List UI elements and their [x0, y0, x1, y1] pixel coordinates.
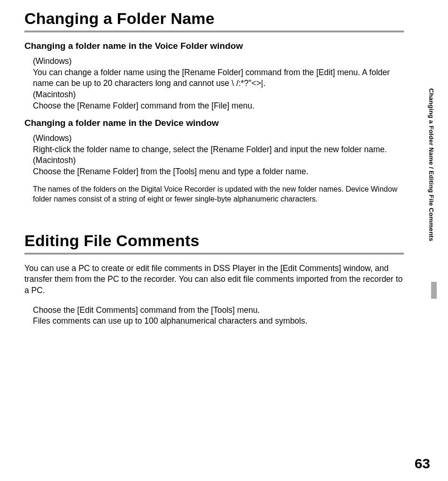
horizontal-rule [24, 31, 404, 32]
os-label-windows: (Windows) [33, 56, 404, 67]
horizontal-rule [24, 253, 404, 255]
body-text: Choose the [Edit Comments] command from … [33, 305, 404, 327]
manual-page: Changing a Folder Name Changing a folder… [0, 0, 448, 481]
section-title-2: Editing File Comments [24, 232, 404, 250]
instruction-text: You can change a folder name using the [… [33, 67, 404, 89]
intro-paragraph: You can use a PC to create or edit file … [24, 263, 404, 296]
running-header: Changing a Folder Name / Editing File Co… [428, 88, 435, 286]
content-column: Changing a Folder Name Changing a folder… [24, 9, 404, 334]
note-text: The names of the folders on the Digital … [33, 184, 404, 204]
body-text: (Windows) You can change a folder name u… [33, 56, 404, 111]
section-title-1: Changing a Folder Name [24, 9, 404, 28]
instruction-text: Choose the [Rename Folder] command from … [33, 101, 404, 112]
os-label-windows: (Windows) [33, 133, 404, 144]
subheading-device-window: Changing a folder name in the Device win… [24, 118, 404, 128]
page-number: 63 [415, 456, 430, 472]
instruction-text: Choose the [Rename Folder] from the [Too… [33, 166, 404, 178]
side-margin: Changing a Folder Name / Editing File Co… [425, 88, 439, 333]
os-label-macintosh: (Macintosh) [33, 89, 404, 101]
subheading-voice-folder: Changing a folder name in the Voice Fold… [24, 41, 404, 51]
body-text: (Windows) Right-click the folder name to… [33, 133, 404, 178]
instruction-text: Choose the [Edit Comments] command from … [33, 305, 404, 316]
section-tab-marker [431, 282, 437, 299]
instruction-text: Right-click the folder name to change, s… [33, 144, 404, 155]
section-2: Editing File Comments You can use a PC t… [24, 232, 404, 327]
instruction-text: Files comments can use up to 100 alphanu… [33, 316, 404, 327]
os-label-macintosh: (Macintosh) [33, 155, 404, 166]
